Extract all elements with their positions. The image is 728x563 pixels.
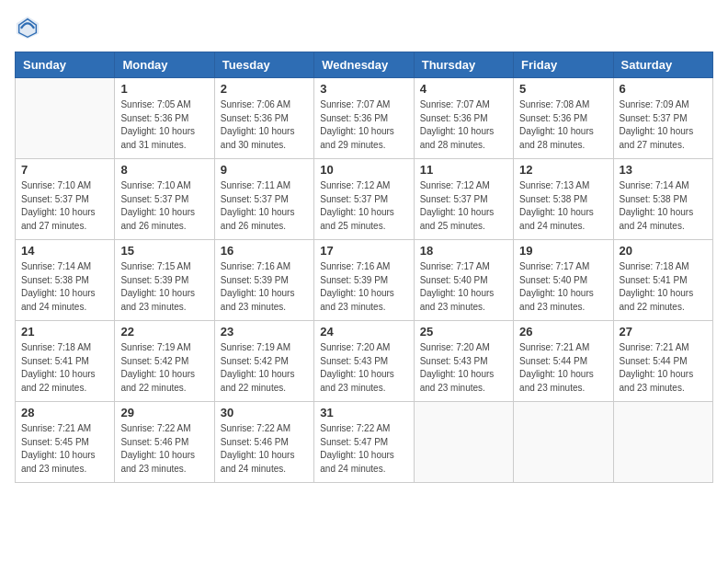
day-number: 19 — [519, 244, 607, 258]
calendar-cell: 20Sunrise: 7:18 AM Sunset: 5:41 PM Dayli… — [613, 240, 712, 321]
day-info: Sunrise: 7:21 AM Sunset: 5:44 PM Dayligh… — [519, 341, 607, 395]
calendar-cell: 18Sunrise: 7:17 AM Sunset: 5:40 PM Dayli… — [414, 240, 513, 321]
day-number: 17 — [320, 244, 407, 258]
day-number: 15 — [120, 244, 208, 258]
day-number: 18 — [420, 244, 507, 258]
day-info: Sunrise: 7:10 AM Sunset: 5:37 PM Dayligh… — [21, 179, 108, 233]
day-info: Sunrise: 7:22 AM Sunset: 5:46 PM Dayligh… — [120, 422, 208, 476]
day-number: 11 — [420, 163, 507, 177]
col-header-sunday: Sunday — [16, 52, 115, 78]
calendar-cell: 29Sunrise: 7:22 AM Sunset: 5:46 PM Dayli… — [115, 402, 214, 483]
calendar-cell — [16, 78, 115, 159]
col-header-monday: Monday — [115, 52, 214, 78]
day-info: Sunrise: 7:10 AM Sunset: 5:37 PM Dayligh… — [120, 179, 208, 233]
week-row-1: 1Sunrise: 7:05 AM Sunset: 5:36 PM Daylig… — [16, 78, 713, 159]
day-number: 9 — [221, 163, 308, 177]
day-number: 12 — [519, 163, 607, 177]
week-row-2: 7Sunrise: 7:10 AM Sunset: 5:37 PM Daylig… — [16, 159, 713, 240]
calendar-cell: 28Sunrise: 7:21 AM Sunset: 5:45 PM Dayli… — [16, 402, 115, 483]
calendar-cell: 4Sunrise: 7:07 AM Sunset: 5:36 PM Daylig… — [414, 78, 513, 159]
day-number: 24 — [320, 325, 407, 339]
day-number: 20 — [620, 244, 707, 258]
day-info: Sunrise: 7:18 AM Sunset: 5:41 PM Dayligh… — [21, 341, 108, 395]
day-number: 2 — [221, 82, 308, 96]
page-header — [15, 15, 713, 40]
day-info: Sunrise: 7:09 AM Sunset: 5:37 PM Dayligh… — [620, 98, 707, 152]
day-info: Sunrise: 7:16 AM Sunset: 5:39 PM Dayligh… — [221, 260, 308, 314]
calendar-cell: 24Sunrise: 7:20 AM Sunset: 5:43 PM Dayli… — [314, 321, 414, 402]
day-info: Sunrise: 7:06 AM Sunset: 5:36 PM Dayligh… — [221, 98, 308, 152]
day-info: Sunrise: 7:12 AM Sunset: 5:37 PM Dayligh… — [420, 179, 507, 233]
calendar-cell — [414, 402, 513, 483]
col-header-friday: Friday — [514, 52, 613, 78]
day-info: Sunrise: 7:11 AM Sunset: 5:37 PM Dayligh… — [221, 179, 308, 233]
calendar-cell: 23Sunrise: 7:19 AM Sunset: 5:42 PM Dayli… — [214, 321, 313, 402]
day-number: 27 — [620, 325, 707, 339]
calendar-cell: 19Sunrise: 7:17 AM Sunset: 5:40 PM Dayli… — [514, 240, 613, 321]
day-number: 1 — [120, 82, 208, 96]
col-header-saturday: Saturday — [613, 52, 712, 78]
day-number: 31 — [320, 406, 407, 419]
day-info: Sunrise: 7:12 AM Sunset: 5:37 PM Dayligh… — [320, 179, 407, 233]
day-number: 21 — [21, 325, 108, 339]
day-info: Sunrise: 7:13 AM Sunset: 5:38 PM Dayligh… — [519, 179, 607, 233]
day-info: Sunrise: 7:14 AM Sunset: 5:38 PM Dayligh… — [21, 260, 108, 314]
calendar-cell: 11Sunrise: 7:12 AM Sunset: 5:37 PM Dayli… — [414, 159, 513, 240]
logo-icon — [15, 15, 40, 40]
day-info: Sunrise: 7:22 AM Sunset: 5:47 PM Dayligh… — [320, 422, 407, 476]
calendar-cell: 22Sunrise: 7:19 AM Sunset: 5:42 PM Dayli… — [115, 321, 214, 402]
day-number: 3 — [320, 82, 407, 96]
day-info: Sunrise: 7:21 AM Sunset: 5:45 PM Dayligh… — [21, 422, 108, 476]
day-number: 6 — [620, 82, 707, 96]
calendar-cell: 16Sunrise: 7:16 AM Sunset: 5:39 PM Dayli… — [214, 240, 313, 321]
day-number: 26 — [519, 325, 607, 339]
day-number: 25 — [420, 325, 507, 339]
calendar-cell: 26Sunrise: 7:21 AM Sunset: 5:44 PM Dayli… — [514, 321, 613, 402]
day-info: Sunrise: 7:20 AM Sunset: 5:43 PM Dayligh… — [420, 341, 507, 395]
calendar-cell: 1Sunrise: 7:05 AM Sunset: 5:36 PM Daylig… — [115, 78, 214, 159]
calendar-cell: 9Sunrise: 7:11 AM Sunset: 5:37 PM Daylig… — [214, 159, 313, 240]
day-number: 22 — [120, 325, 208, 339]
day-number: 7 — [21, 163, 108, 177]
calendar-cell: 31Sunrise: 7:22 AM Sunset: 5:47 PM Dayli… — [314, 402, 414, 483]
calendar-cell: 6Sunrise: 7:09 AM Sunset: 5:37 PM Daylig… — [613, 78, 712, 159]
logo[interactable] — [15, 15, 46, 40]
calendar-cell: 7Sunrise: 7:10 AM Sunset: 5:37 PM Daylig… — [16, 159, 115, 240]
day-info: Sunrise: 7:07 AM Sunset: 5:36 PM Dayligh… — [320, 98, 407, 152]
day-info: Sunrise: 7:14 AM Sunset: 5:38 PM Dayligh… — [620, 179, 707, 233]
week-row-4: 21Sunrise: 7:18 AM Sunset: 5:41 PM Dayli… — [16, 321, 713, 402]
day-info: Sunrise: 7:21 AM Sunset: 5:44 PM Dayligh… — [620, 341, 707, 395]
calendar-cell: 8Sunrise: 7:10 AM Sunset: 5:37 PM Daylig… — [115, 159, 214, 240]
calendar-cell — [514, 402, 613, 483]
calendar-cell: 15Sunrise: 7:15 AM Sunset: 5:39 PM Dayli… — [115, 240, 214, 321]
day-info: Sunrise: 7:19 AM Sunset: 5:42 PM Dayligh… — [221, 341, 308, 395]
day-number: 23 — [221, 325, 308, 339]
calendar-cell: 5Sunrise: 7:08 AM Sunset: 5:36 PM Daylig… — [514, 78, 613, 159]
day-info: Sunrise: 7:15 AM Sunset: 5:39 PM Dayligh… — [120, 260, 208, 314]
day-number: 28 — [21, 406, 108, 419]
day-info: Sunrise: 7:19 AM Sunset: 5:42 PM Dayligh… — [120, 341, 208, 395]
week-row-5: 28Sunrise: 7:21 AM Sunset: 5:45 PM Dayli… — [16, 402, 713, 483]
calendar-cell: 2Sunrise: 7:06 AM Sunset: 5:36 PM Daylig… — [214, 78, 313, 159]
day-info: Sunrise: 7:08 AM Sunset: 5:36 PM Dayligh… — [519, 98, 607, 152]
calendar-cell — [613, 402, 712, 483]
calendar-table: SundayMondayTuesdayWednesdayThursdayFrid… — [15, 52, 713, 483]
day-number: 14 — [21, 244, 108, 258]
col-header-wednesday: Wednesday — [314, 52, 414, 78]
day-number: 30 — [221, 406, 308, 419]
week-row-3: 14Sunrise: 7:14 AM Sunset: 5:38 PM Dayli… — [16, 240, 713, 321]
calendar-cell: 27Sunrise: 7:21 AM Sunset: 5:44 PM Dayli… — [613, 321, 712, 402]
col-header-thursday: Thursday — [414, 52, 513, 78]
day-info: Sunrise: 7:07 AM Sunset: 5:36 PM Dayligh… — [420, 98, 507, 152]
calendar-cell: 12Sunrise: 7:13 AM Sunset: 5:38 PM Dayli… — [514, 159, 613, 240]
day-info: Sunrise: 7:20 AM Sunset: 5:43 PM Dayligh… — [320, 341, 407, 395]
day-info: Sunrise: 7:22 AM Sunset: 5:46 PM Dayligh… — [221, 422, 308, 476]
calendar-cell: 25Sunrise: 7:20 AM Sunset: 5:43 PM Dayli… — [414, 321, 513, 402]
day-info: Sunrise: 7:18 AM Sunset: 5:41 PM Dayligh… — [620, 260, 707, 314]
day-info: Sunrise: 7:17 AM Sunset: 5:40 PM Dayligh… — [420, 260, 507, 314]
day-number: 16 — [221, 244, 308, 258]
day-info: Sunrise: 7:17 AM Sunset: 5:40 PM Dayligh… — [519, 260, 607, 314]
calendar-cell: 21Sunrise: 7:18 AM Sunset: 5:41 PM Dayli… — [16, 321, 115, 402]
day-number: 8 — [120, 163, 208, 177]
day-number: 10 — [320, 163, 407, 177]
